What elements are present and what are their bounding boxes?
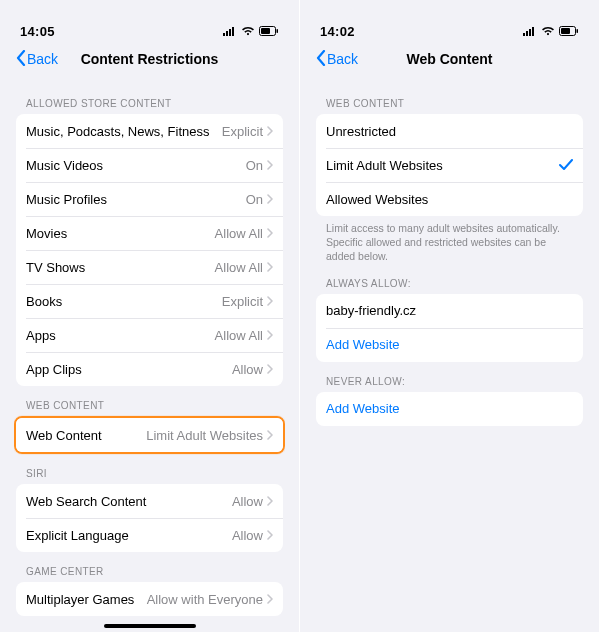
row-label: Limit Adult Websites xyxy=(326,158,443,173)
chevron-left-icon xyxy=(16,50,26,69)
chevron-right-icon xyxy=(267,296,273,306)
phone-right: 14:02 Back Web Content xyxy=(300,0,600,632)
section-header-siri: SIRI xyxy=(14,454,285,484)
add-website-button[interactable]: Add Website xyxy=(316,392,583,426)
status-bar: 14:02 xyxy=(314,20,585,42)
phone-inner: 14:05 Back Content Restrictions xyxy=(14,20,285,632)
chevron-right-icon xyxy=(267,430,273,440)
row-label: Add Website xyxy=(326,337,399,352)
option-limit-adult[interactable]: Limit Adult Websites xyxy=(316,148,583,182)
row-label: Books xyxy=(26,294,62,309)
back-label: Back xyxy=(27,51,58,67)
battery-icon xyxy=(259,24,279,39)
row-web-search-content[interactable]: Web Search Content Allow xyxy=(16,484,283,518)
svg-rect-3 xyxy=(232,27,234,36)
row-label: Unrestricted xyxy=(326,124,396,139)
status-bar: 14:05 xyxy=(14,20,285,42)
row-value: Allow xyxy=(232,494,263,509)
svg-rect-13 xyxy=(577,29,579,33)
chevron-right-icon xyxy=(267,364,273,374)
row-label: Movies xyxy=(26,226,67,241)
content: WEB CONTENT Unrestricted Limit Adult Web… xyxy=(314,76,585,426)
checkmark-icon xyxy=(559,159,573,171)
group-allowed-store: Music, Podcasts, News, Fitness Explicit … xyxy=(16,114,283,386)
row-value: Allow All xyxy=(215,328,263,343)
row-music-podcasts[interactable]: Music, Podcasts, News, Fitness Explicit xyxy=(16,114,283,148)
phone-left: 14:05 Back Content Restrictions xyxy=(0,0,300,632)
chevron-left-icon xyxy=(316,50,326,69)
chevron-right-icon xyxy=(267,530,273,540)
chevron-right-icon xyxy=(267,194,273,204)
chevron-right-icon xyxy=(267,160,273,170)
highlight-web-content: Web Content Limit Adult Websites xyxy=(14,416,285,454)
row-label: App Clips xyxy=(26,362,82,377)
chevron-right-icon xyxy=(267,594,273,604)
chevron-right-icon xyxy=(267,330,273,340)
nav-bar: Back Web Content xyxy=(314,42,585,76)
svg-rect-10 xyxy=(532,27,534,36)
row-label: Music, Podcasts, News, Fitness xyxy=(26,124,210,139)
row-label: Music Videos xyxy=(26,158,103,173)
cellular-signal-icon xyxy=(523,24,537,39)
wifi-icon xyxy=(241,24,255,39)
row-value: Allow All xyxy=(215,260,263,275)
nav-bar: Back Content Restrictions xyxy=(14,42,285,76)
svg-rect-5 xyxy=(261,28,270,34)
add-website-button[interactable]: Add Website xyxy=(316,328,583,362)
row-multiplayer-games[interactable]: Multiplayer Games Allow with Everyone xyxy=(16,582,283,616)
row-label: Apps xyxy=(26,328,56,343)
row-allowed-site[interactable]: baby-friendly.cz xyxy=(316,294,583,328)
row-tv-shows[interactable]: TV Shows Allow All xyxy=(16,250,283,284)
svg-rect-2 xyxy=(229,29,231,36)
row-value: Limit Adult Websites xyxy=(146,428,263,443)
row-web-content[interactable]: Web Content Limit Adult Websites xyxy=(16,418,283,452)
home-indicator[interactable] xyxy=(104,624,196,628)
row-value: Allow xyxy=(232,362,263,377)
battery-icon xyxy=(559,24,579,39)
row-label: Explicit Language xyxy=(26,528,129,543)
row-label: Allowed Websites xyxy=(326,192,428,207)
status-time: 14:05 xyxy=(20,24,55,39)
section-header-never-allow: NEVER ALLOW: xyxy=(314,362,585,392)
chevron-right-icon xyxy=(267,126,273,136)
section-header-always-allow: ALWAYS ALLOW: xyxy=(314,264,585,294)
option-unrestricted[interactable]: Unrestricted xyxy=(316,114,583,148)
row-books[interactable]: Books Explicit xyxy=(16,284,283,318)
row-value: Allow xyxy=(232,528,263,543)
phone-inner: 14:02 Back Web Content xyxy=(314,20,585,632)
svg-rect-6 xyxy=(277,29,279,33)
group-web-content-options: Unrestricted Limit Adult Websites Allowe… xyxy=(316,114,583,216)
row-value: Explicit xyxy=(222,294,263,309)
chevron-right-icon xyxy=(267,496,273,506)
cellular-signal-icon xyxy=(223,24,237,39)
group-always-allow: baby-friendly.cz Add Website xyxy=(316,294,583,362)
option-allowed-websites[interactable]: Allowed Websites xyxy=(316,182,583,216)
group-game-center: Multiplayer Games Allow with Everyone xyxy=(16,582,283,616)
group-siri: Web Search Content Allow Explicit Langua… xyxy=(16,484,283,552)
back-label: Back xyxy=(327,51,358,67)
status-right xyxy=(523,24,579,39)
row-music-profiles[interactable]: Music Profiles On xyxy=(16,182,283,216)
row-music-videos[interactable]: Music Videos On xyxy=(16,148,283,182)
row-movies[interactable]: Movies Allow All xyxy=(16,216,283,250)
content: ALLOWED STORE CONTENT Music, Podcasts, N… xyxy=(14,76,285,616)
svg-rect-9 xyxy=(529,29,531,36)
row-value: On xyxy=(246,158,263,173)
svg-rect-0 xyxy=(223,33,225,36)
row-value: Explicit xyxy=(222,124,263,139)
row-label: Add Website xyxy=(326,401,399,416)
svg-rect-1 xyxy=(226,31,228,36)
row-value: Allow All xyxy=(215,226,263,241)
section-header-game-center: GAME CENTER xyxy=(14,552,285,582)
wifi-icon xyxy=(541,24,555,39)
svg-rect-8 xyxy=(526,31,528,36)
row-apps[interactable]: Apps Allow All xyxy=(16,318,283,352)
chevron-right-icon xyxy=(267,228,273,238)
back-button[interactable]: Back xyxy=(316,50,358,69)
back-button[interactable]: Back xyxy=(16,50,58,69)
svg-rect-12 xyxy=(561,28,570,34)
row-value: On xyxy=(246,192,263,207)
row-app-clips[interactable]: App Clips Allow xyxy=(16,352,283,386)
row-explicit-language[interactable]: Explicit Language Allow xyxy=(16,518,283,552)
row-label: Web Content xyxy=(26,428,102,443)
